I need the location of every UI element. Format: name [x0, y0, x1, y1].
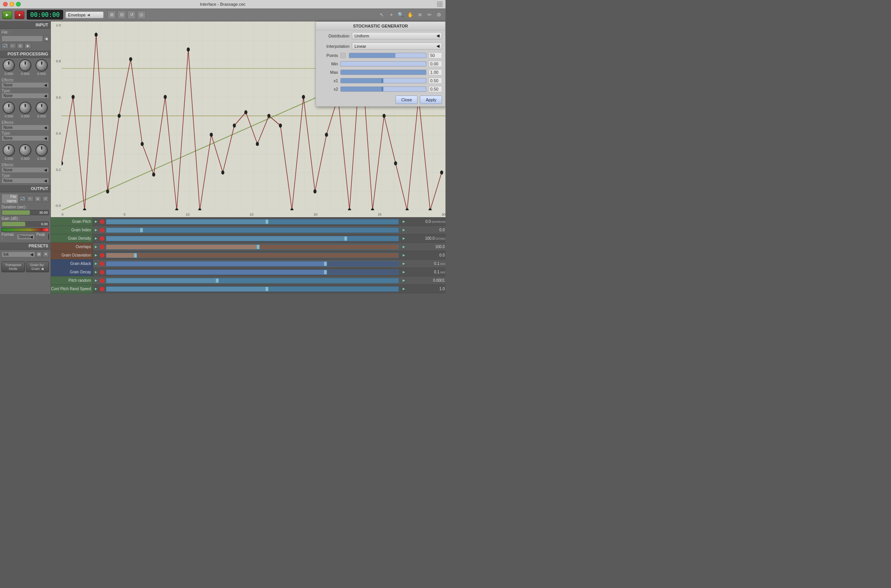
close-button[interactable]: Close	[395, 96, 418, 104]
param-slider[interactable]	[106, 253, 399, 258]
param-play-icon[interactable]: ▶	[93, 286, 99, 292]
param-rec-button[interactable]	[100, 228, 104, 232]
minimize-btn[interactable]	[10, 2, 14, 6]
param-value-play-icon[interactable]: ▶	[401, 270, 406, 275]
param-rec-button[interactable]	[100, 219, 104, 224]
layout-icon[interactable]: ⊟	[117, 11, 126, 19]
param-play-icon[interactable]: ▶	[93, 278, 99, 284]
zoom-icon[interactable]: 🔍	[397, 11, 405, 19]
points-slider[interactable]	[349, 53, 426, 58]
knob-control[interactable]	[19, 102, 31, 114]
x1-slider[interactable]	[340, 78, 426, 83]
param-play-icon[interactable]: ▶	[93, 227, 99, 233]
stochastic-panel: STOCHASTIC GENERATOR Distribution Unifor…	[315, 21, 446, 107]
pencil-icon[interactable]: ✏	[425, 11, 434, 19]
min-slider[interactable]	[340, 61, 426, 67]
knob-control[interactable]	[19, 59, 31, 71]
param-slider[interactable]	[106, 244, 399, 250]
record-button[interactable]: ●	[15, 11, 24, 19]
param-value-play-icon[interactable]: ▶	[401, 286, 406, 292]
audio-save-icon[interactable]: ⊞	[17, 43, 24, 49]
preset-delete-icon[interactable]: ✕	[43, 251, 49, 257]
envelope-area[interactable]: 1.0 0.8 0.6 0.4 0.2 -0.0	[51, 21, 446, 218]
knob-control[interactable]	[3, 59, 15, 71]
audio-next-icon[interactable]: ▶	[24, 43, 31, 49]
transpose-mode-button[interactable]: Transpose Mode	[2, 262, 25, 272]
zoom-btn[interactable]	[16, 2, 21, 6]
play-button[interactable]: ▶	[2, 11, 12, 19]
param-value-play-icon[interactable]: ▶	[401, 278, 406, 283]
type-select-2[interactable]: None◀	[2, 135, 49, 141]
preset-save-icon[interactable]: ⊞	[36, 251, 42, 257]
format-selector[interactable]: Stereo ◀	[17, 234, 35, 240]
param-value-play-icon[interactable]: ▶	[401, 227, 406, 233]
window-control[interactable]: □	[437, 2, 442, 7]
out-save-icon[interactable]: ⊞	[34, 196, 41, 202]
param-rec-button[interactable]	[100, 287, 104, 291]
knob-control[interactable]	[3, 144, 15, 156]
effects-select-3[interactable]: None◀	[2, 167, 49, 173]
apply-button[interactable]: Apply	[420, 96, 442, 104]
param-play-icon[interactable]: ▶	[93, 261, 99, 267]
out-cut-icon[interactable]: ✂	[27, 196, 34, 202]
undo-icon[interactable]: ↺	[127, 11, 136, 19]
param-value-play-icon[interactable]: ▶	[401, 261, 406, 266]
distribution-selector[interactable]: Uniform ◀	[352, 32, 442, 39]
hand-icon[interactable]: ✋	[406, 11, 415, 19]
interpolation-selector[interactable]: Linear ◀	[352, 42, 442, 50]
points-checkbox[interactable]	[340, 53, 346, 58]
param-slider[interactable]	[106, 219, 399, 224]
audio-cut-icon[interactable]: ✂	[9, 43, 16, 49]
audio-speaker-icon[interactable]: 🔊	[2, 43, 8, 49]
out-refresh-icon[interactable]: ↺	[42, 196, 49, 202]
param-name-label: Grain Density	[51, 234, 93, 242]
pointer-icon[interactable]: ↖	[377, 11, 386, 19]
param-rec-button[interactable]	[100, 278, 104, 283]
waveform-icon[interactable]: ≋	[416, 11, 424, 19]
param-slider[interactable]	[106, 261, 399, 266]
envelope-selector[interactable]: Envelope ◀	[65, 11, 104, 18]
param-play-icon[interactable]: ▶	[93, 252, 99, 258]
close-btn[interactable]	[3, 2, 8, 6]
out-speaker-icon[interactable]: 🔊	[19, 196, 26, 202]
param-rec-button[interactable]	[100, 253, 104, 258]
effects-select-2[interactable]: None◀	[2, 125, 49, 130]
type-select-3[interactable]: None◀	[2, 178, 49, 184]
grain-by-grain-button[interactable]: Grain-by-Grain ◀	[26, 262, 49, 272]
knob-control[interactable]	[36, 144, 48, 156]
param-slider[interactable]	[106, 236, 399, 241]
x2-slider[interactable]	[340, 86, 426, 92]
settings-icon[interactable]: ⚙	[435, 11, 443, 19]
lasso-icon[interactable]: ⌖	[387, 11, 395, 19]
file-arrow-icon[interactable]: ◀	[44, 36, 49, 41]
param-play-icon[interactable]: ▶	[93, 269, 99, 275]
param-value-play-icon[interactable]: ▶	[401, 253, 406, 258]
type-select-1[interactable]: None◀	[2, 93, 49, 99]
preset-selector[interactable]: Init ◀	[2, 252, 35, 257]
param-play-icon[interactable]: ▶	[93, 236, 99, 242]
knob-control[interactable]	[36, 102, 48, 114]
filename-button[interactable]: File name	[2, 194, 18, 204]
param-rec-button[interactable]	[100, 245, 104, 249]
main-layout: INPUT File : ◀ 🔊 ✂ ⊞ ▶ POST-PROCESSING 0…	[0, 21, 446, 294]
effects-select-1[interactable]: None◀	[2, 82, 49, 88]
param-value-play-icon[interactable]: ▶	[401, 244, 406, 250]
param-rec-button[interactable]	[100, 270, 104, 275]
knob-control[interactable]	[36, 59, 48, 71]
param-rec-button[interactable]	[100, 262, 104, 266]
param-play-icon[interactable]: ▶	[93, 219, 99, 225]
save-icon[interactable]: ⊞	[107, 11, 116, 19]
knob-control[interactable]	[3, 102, 15, 114]
param-rec-button[interactable]	[100, 236, 104, 241]
param-slider[interactable]	[106, 227, 399, 233]
param-value-play-icon[interactable]: ▶	[401, 219, 406, 224]
knob-control[interactable]	[19, 144, 31, 156]
file-input[interactable]	[2, 36, 43, 42]
param-slider[interactable]	[106, 278, 399, 283]
view-icon[interactable]: ◎	[137, 11, 146, 19]
param-slider[interactable]	[106, 286, 399, 292]
param-value-play-icon[interactable]: ▶	[401, 236, 406, 241]
param-play-icon[interactable]: ▶	[93, 244, 99, 250]
max-slider[interactable]	[340, 70, 426, 75]
param-slider[interactable]	[106, 270, 399, 275]
